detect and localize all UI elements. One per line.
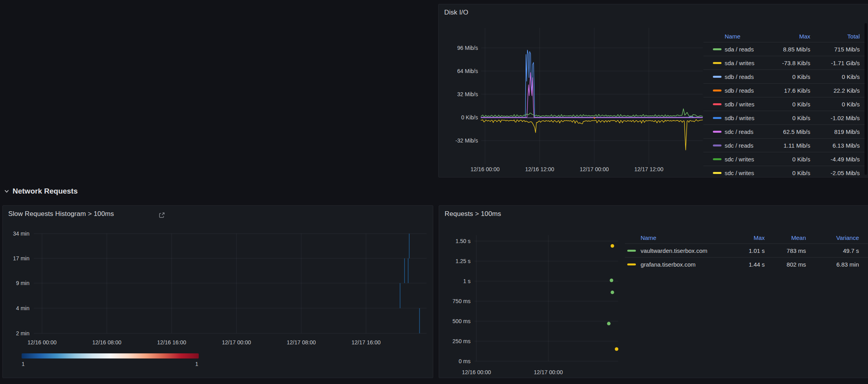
disk-y-tick: 32 Mib/s [457,91,478,97]
panel-title-disk-io[interactable]: Disk I/O [444,9,468,16]
legend-cell-name: sdc / writes [725,156,767,163]
legend-row[interactable]: sdb / writes0 Kib/s-1.02 Mib/s [703,111,866,124]
series-color-swatch [713,172,722,174]
legend-header-name[interactable]: Name [641,234,718,241]
panel-requests-gt-100ms: Requests > 100ms 1.50 s1.25 s1 s750 ms50… [439,205,868,378]
legend-row[interactable]: sdc / reads1.11 Mib/s6.13 Mib/s [703,138,866,152]
disk-x-tick: 12/16 00:00 [471,166,500,172]
external-link-icon[interactable] [158,212,165,219]
hist-y-tick: 9 min [16,280,29,286]
legend-cell-mean: 802 ms [765,261,806,268]
series-color-swatch [713,48,722,50]
grafana-dashboard: Disk I/O 96 Mib/s64 Mib/s32 Mib/s0 Kib/s… [0,0,868,384]
legend-row[interactable]: sda / writes-73.8 Kib/s-1.71 Gib/s [703,56,866,69]
panel-title-requests-gt-100ms[interactable]: Requests > 100ms [445,210,501,218]
req-y-tick: 1.25 s [456,258,471,264]
legend-row[interactable]: sdc / writes0 Kib/s-4.49 Mib/s [703,152,866,166]
legend-cell-name: sdb / writes [725,115,767,121]
hist-x-tick: 12/16 08:00 [92,339,121,346]
legend-cell-total: 819 Mib/s [810,128,860,135]
series-color-swatch [713,76,722,78]
legend-cell-total: -2.05 Mib/s [810,170,860,176]
legend-header-max[interactable]: Max [767,33,810,40]
series-color-swatch [713,144,722,146]
legend-cell-name: sdb / reads [725,87,767,94]
series-color-swatch [713,117,722,119]
hist-y-tick: 2 min [16,330,29,336]
legend-cell-name: sdc / writes [725,170,767,176]
legend-cell-name: sdc / reads [725,142,767,149]
legend-cell-name: sdb / reads [725,73,767,80]
disk-y-tick: 64 Mib/s [457,68,478,74]
disk-x-tick: 12/16 12:00 [525,166,554,172]
color-scale-max-label: 1 [195,361,198,367]
panel-slow-requests-histogram: Slow Requests Histogram > 100ms 34 min17… [2,205,433,378]
legend-header-mean[interactable]: Mean [765,234,806,241]
legend-cell-total: -1.02 Mib/s [810,115,860,121]
disk-x-tick: 12/17 12:00 [634,166,663,172]
series-color-swatch [713,131,722,133]
legend-header-variance[interactable]: Variance [806,234,859,241]
hist-x-tick: 12/17 08:00 [287,339,316,346]
slow-requests-heatmap-chart [3,206,433,378]
disk-y-tick: -32 Mib/s [455,137,478,144]
legend-row[interactable]: vaultwarden.tiserbox.com1.01 s783 ms49.7… [625,243,868,257]
legend-cell-max: 1.01 s [718,247,765,254]
legend-row[interactable]: grafana.tiserbox.com1.44 s802 ms6.83 min [625,257,868,271]
heatmap-color-scale [22,353,199,358]
series-color-swatch [713,62,722,64]
legend-header-row: NameMaxTotal [703,30,866,42]
disk-legend-scrollbar[interactable] [864,23,867,175]
section-title: Network Requests [13,187,78,196]
legend-header-max[interactable]: Max [718,234,765,241]
legend-cell-total: 715 Mib/s [810,46,860,53]
disk-y-tick: 96 Mib/s [457,45,478,51]
legend-cell-total: 22.2 Kib/s [810,87,860,94]
legend-cell-variance: 6.83 min [806,261,859,268]
legend-header-total[interactable]: Total [810,33,860,40]
requests-legend-table: NameMaxMeanVariancevaultwarden.tiserbox.… [625,229,868,310]
req-y-tick: 1 s [463,278,471,284]
hist-x-tick: 12/16 16:00 [157,339,186,346]
legend-cell-max: 1.44 s [718,261,765,268]
legend-row[interactable]: sdb / writes0 Kib/s0 Kib/s [703,97,866,111]
legend-cell-max: 0 Kib/s [767,115,810,121]
legend-cell-total: 0 Kib/s [810,101,860,108]
legend-row[interactable]: sdb / reads0 Kib/s0 Kib/s [703,69,866,83]
chevron-down-icon [4,188,9,194]
legend-row[interactable]: sda / reads8.85 Mib/s715 Mib/s [703,42,866,56]
req-x-tick: 12/16 00:00 [462,369,491,375]
legend-row[interactable]: sdc / writes0 Kib/s-2.05 Mib/s [703,166,866,179]
series-color-swatch [713,90,722,91]
legend-cell-total: -1.71 Gib/s [810,60,860,66]
panel-title-slow-requests-histogram[interactable]: Slow Requests Histogram > 100ms [8,210,114,218]
hist-x-tick: 12/17 16:00 [352,339,381,346]
legend-header-row: NameMaxMeanVariance [625,232,868,243]
legend-cell-name: sdc / reads [725,128,767,135]
series-color-swatch [713,158,722,160]
legend-cell-name: sdb / writes [725,101,767,108]
req-y-tick: 750 ms [452,298,471,304]
legend-cell-total: 0 Kib/s [810,73,860,80]
req-y-tick: 1.50 s [456,238,471,244]
hist-x-tick: 12/17 00:00 [222,339,251,346]
legend-header-name[interactable]: Name [725,33,767,40]
req-y-tick: 0 ms [459,358,471,364]
legend-cell-name: sda / reads [725,46,767,53]
hist-y-tick: 34 min [13,230,29,237]
legend-cell-max: 1.11 Mib/s [767,142,810,149]
panel-disk-io: Disk I/O 96 Mib/s64 Mib/s32 Mib/s0 Kib/s… [438,4,868,177]
legend-cell-max: 0 Kib/s [767,156,810,163]
legend-row[interactable]: sdb / reads17.6 Kib/s22.2 Kib/s [703,83,866,97]
legend-row[interactable]: sdc / reads62.5 Mib/s819 Mib/s [703,124,866,138]
req-y-tick: 250 ms [452,338,471,344]
series-color-swatch [627,250,636,252]
legend-cell-name: grafana.tiserbox.com [641,261,718,268]
legend-cell-max: 0 Kib/s [767,170,810,176]
legend-cell-max: -73.8 Kib/s [767,60,810,66]
section-network-requests[interactable]: Network Requests [4,187,78,196]
legend-cell-mean: 783 ms [765,247,806,254]
legend-cell-max: 62.5 Mib/s [767,128,810,135]
hist-x-tick: 12/16 00:00 [27,339,57,346]
legend-cell-total: -4.49 Mib/s [810,156,860,163]
